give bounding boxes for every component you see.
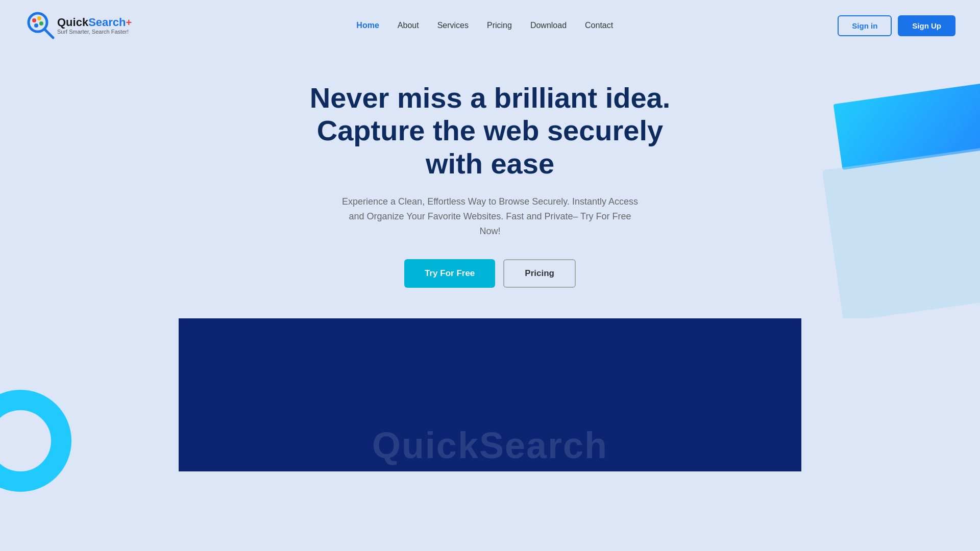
logo-text: QuickSearch+ Surf Smarter, Search Faster… bbox=[57, 16, 132, 35]
nav-item-about[interactable]: About bbox=[398, 21, 419, 30]
svg-point-4 bbox=[39, 21, 43, 26]
navbar: QuickSearch+ Surf Smarter, Search Faster… bbox=[0, 0, 980, 51]
svg-point-5 bbox=[34, 23, 38, 28]
deco-bottom-left bbox=[0, 390, 71, 492]
hero-title-line2: Capture the web securely bbox=[317, 114, 663, 146]
nav-item-services[interactable]: Services bbox=[437, 21, 469, 30]
svg-point-3 bbox=[37, 16, 41, 20]
hero-title: Never miss a brilliant idea. Capture the… bbox=[310, 82, 671, 180]
nav-actions: Sign in Sign Up bbox=[838, 15, 955, 36]
nav-link-pricing[interactable]: Pricing bbox=[487, 21, 512, 30]
pricing-button[interactable]: Pricing bbox=[503, 259, 576, 288]
nav-item-pricing[interactable]: Pricing bbox=[487, 21, 512, 30]
logo-plus: + bbox=[126, 17, 132, 28]
nav-item-download[interactable]: Download bbox=[530, 21, 567, 30]
nav-item-home[interactable]: Home bbox=[356, 21, 379, 30]
svg-line-1 bbox=[44, 29, 53, 38]
dark-section: QuickSearch bbox=[179, 318, 801, 471]
signup-button[interactable]: Sign Up bbox=[898, 15, 955, 36]
signin-button[interactable]: Sign in bbox=[838, 15, 892, 36]
logo: QuickSearch+ Surf Smarter, Search Faster… bbox=[24, 9, 132, 42]
hero-buttons: Try For Free Pricing bbox=[404, 259, 576, 288]
svg-point-2 bbox=[32, 18, 36, 22]
hero-title-line1: Never miss a brilliant idea. bbox=[310, 82, 671, 114]
logo-subtitle: Surf Smarter, Search Faster! bbox=[57, 29, 132, 35]
nav-link-home[interactable]: Home bbox=[356, 21, 379, 30]
logo-icon bbox=[24, 9, 57, 42]
nav-link-services[interactable]: Services bbox=[437, 21, 469, 30]
hero-section: Never miss a brilliant idea. Capture the… bbox=[0, 51, 980, 318]
try-free-button[interactable]: Try For Free bbox=[404, 259, 495, 288]
page-wrapper: QuickSearch+ Surf Smarter, Search Faster… bbox=[0, 0, 980, 551]
hero-title-line3: with ease bbox=[426, 147, 554, 180]
dark-section-watermark: QuickSearch bbox=[372, 424, 608, 471]
nav-link-download[interactable]: Download bbox=[530, 21, 567, 30]
logo-quick: Quick bbox=[57, 16, 88, 29]
logo-title: QuickSearch+ bbox=[57, 16, 132, 29]
logo-search: Search bbox=[88, 16, 126, 29]
deco-mid-right bbox=[822, 147, 980, 318]
nav-links: Home About Services Pricing Download Con… bbox=[356, 21, 613, 30]
hero-subtitle: Experience a Clean, Effortless Way to Br… bbox=[342, 194, 638, 238]
nav-link-about[interactable]: About bbox=[398, 21, 419, 30]
nav-item-contact[interactable]: Contact bbox=[585, 21, 613, 30]
nav-link-contact[interactable]: Contact bbox=[585, 21, 613, 30]
